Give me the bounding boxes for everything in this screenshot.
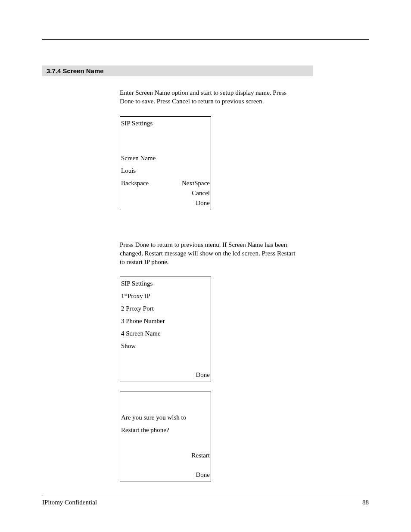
- lcd3-done: Done: [120, 470, 211, 480]
- lcd-restart-confirm: Are you sure you wish to Restart the pho…: [120, 392, 211, 482]
- lcd1-backspace: Backspace: [121, 180, 149, 187]
- lcd2-item2: 2 Proxy Port: [120, 304, 211, 314]
- lcd3-restart: Restart: [120, 451, 211, 460]
- footer-rule: [42, 496, 369, 496]
- lcd1-done: Done: [120, 198, 211, 208]
- lcd2-done: Done: [120, 370, 211, 380]
- lcd3-line1: Are you sure you wish to: [120, 413, 211, 423]
- lcd1-value: Louis: [120, 166, 211, 176]
- paragraph-1: Enter Screen Name option and start to se…: [120, 88, 301, 106]
- lcd-screen-name-entry: SIP Settings Screen Name Louis Backspace…: [120, 116, 211, 210]
- lcd-sip-settings-list: SIP Settings 1*Proxy IP 2 Proxy Port 3 P…: [120, 277, 211, 382]
- lcd1-label: Screen Name: [120, 153, 211, 163]
- footer-left: IPitomy Confidential: [42, 499, 97, 506]
- lcd3-line2: Restart the phone?: [120, 425, 211, 435]
- section-heading: 3.7.4 Screen Name: [42, 65, 313, 76]
- lcd2-item1: 1*Proxy IP: [120, 291, 211, 301]
- lcd1-cancel: Cancel: [120, 188, 211, 198]
- lcd2-item3: 3 Phone Number: [120, 316, 211, 326]
- lcd1-title: SIP Settings: [120, 118, 211, 128]
- paragraph-2: Press Done to return to previous menu. I…: [120, 240, 301, 267]
- lcd1-nextspace: NextSpace: [182, 180, 210, 187]
- footer-page-number: 88: [362, 499, 369, 506]
- top-rule: [42, 39, 369, 40]
- lcd2-title: SIP Settings: [120, 279, 211, 289]
- lcd2-show: Show: [120, 341, 211, 351]
- lcd2-item4: 4 Screen Name: [120, 329, 211, 339]
- page-footer: IPitomy Confidential 88: [42, 496, 369, 506]
